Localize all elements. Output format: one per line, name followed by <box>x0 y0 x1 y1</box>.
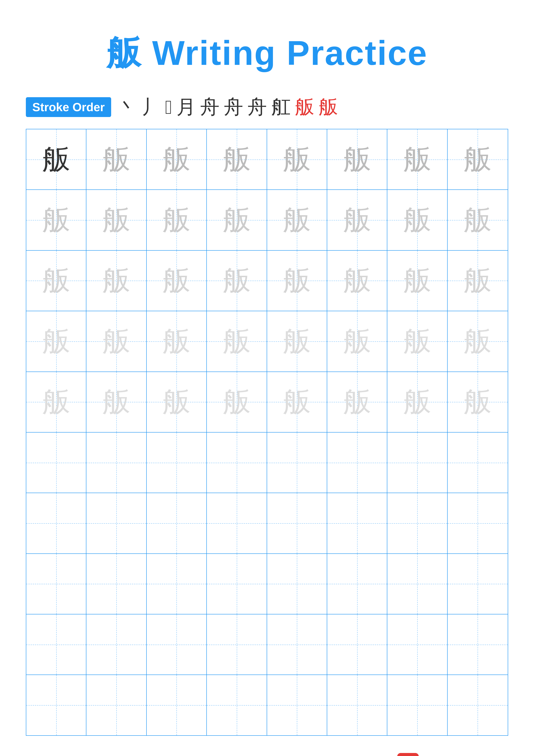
grid-cell-6-1[interactable] <box>26 433 87 493</box>
grid-cell-4-3[interactable]: 舨 <box>147 311 207 371</box>
grid-cell-10-8[interactable] <box>447 675 508 735</box>
grid-cell-7-2[interactable] <box>87 493 146 553</box>
grid-cell-3-5[interactable]: 舨 <box>267 251 327 311</box>
grid-cell-1-5[interactable]: 舨 <box>267 129 327 189</box>
grid-cell-3-8[interactable]: 舨 <box>447 251 508 311</box>
grid-cell-7-8[interactable] <box>447 493 508 553</box>
grid-cell-3-2[interactable]: 舨 <box>87 251 146 311</box>
grid-cell-7-3[interactable] <box>147 493 207 553</box>
grid-cell-1-1[interactable]: 舨 <box>26 129 87 189</box>
grid-cell-2-6[interactable]: 舨 <box>327 190 387 250</box>
grid-cell-8-4[interactable] <box>207 554 267 614</box>
grid-cell-9-2[interactable] <box>87 614 146 675</box>
grid-cell-7-1[interactable] <box>26 493 87 553</box>
grid-row-8 <box>26 554 508 614</box>
grid-cell-2-5[interactable]: 舨 <box>267 190 327 250</box>
grid-row-4: 舨 舨 舨 舨 舨 舨 舨 舨 <box>26 311 508 372</box>
grid-cell-4-1[interactable]: 舨 <box>26 311 87 371</box>
grid-cell-9-6[interactable] <box>327 614 387 675</box>
char-light: 舨 <box>102 267 130 295</box>
grid-cell-1-4[interactable]: 舨 <box>207 129 267 189</box>
grid-cell-5-1[interactable]: 舨 <box>26 372 87 432</box>
grid-cell-2-1[interactable]: 舨 <box>26 190 87 250</box>
grid-cell-4-4[interactable]: 舨 <box>207 311 267 371</box>
grid-cell-3-4[interactable]: 舨 <box>207 251 267 311</box>
grid-cell-10-4[interactable] <box>207 675 267 735</box>
char-light: 舨 <box>102 327 130 355</box>
grid-cell-4-7[interactable]: 舨 <box>387 311 447 371</box>
logo-char: 字 <box>401 755 415 756</box>
grid-cell-10-1[interactable] <box>26 675 87 735</box>
grid-cell-4-2[interactable]: 舨 <box>87 311 146 371</box>
grid-cell-1-8[interactable]: 舨 <box>447 129 508 189</box>
grid-cell-8-8[interactable] <box>447 554 508 614</box>
char-light: 舨 <box>343 267 371 295</box>
grid-cell-2-4[interactable]: 舨 <box>207 190 267 250</box>
grid-cell-5-2[interactable]: 舨 <box>87 372 146 432</box>
grid-cell-6-5[interactable] <box>267 433 327 493</box>
grid-cell-6-8[interactable] <box>447 433 508 493</box>
char-light: 舨 <box>42 267 70 295</box>
grid-cell-2-7[interactable]: 舨 <box>387 190 447 250</box>
grid-cell-10-6[interactable] <box>327 675 387 735</box>
grid-cell-9-4[interactable] <box>207 614 267 675</box>
grid-cell-8-2[interactable] <box>87 554 146 614</box>
practice-grid: 舨 舨 舨 舨 舨 舨 舨 舨 <box>26 129 508 736</box>
grid-cell-5-5[interactable]: 舨 <box>267 372 327 432</box>
grid-cell-2-8[interactable]: 舨 <box>447 190 508 250</box>
grid-cell-9-7[interactable] <box>387 614 447 675</box>
grid-cell-3-7[interactable]: 舨 <box>387 251 447 311</box>
grid-cell-3-6[interactable]: 舨 <box>327 251 387 311</box>
grid-cell-1-6[interactable]: 舨 <box>327 129 387 189</box>
grid-cell-10-5[interactable] <box>267 675 327 735</box>
grid-cell-7-7[interactable] <box>387 493 447 553</box>
stroke-2: 丿 <box>141 94 161 120</box>
char-light: 舨 <box>403 206 431 234</box>
grid-cell-1-7[interactable]: 舨 <box>387 129 447 189</box>
char-light: 舨 <box>464 146 492 174</box>
grid-cell-5-4[interactable]: 舨 <box>207 372 267 432</box>
grid-cell-9-1[interactable] <box>26 614 87 675</box>
stroke-order-badge: Stroke Order <box>26 97 111 117</box>
grid-cell-5-8[interactable]: 舨 <box>447 372 508 432</box>
grid-cell-1-2[interactable]: 舨 <box>87 129 146 189</box>
stroke-order-row: Stroke Order 丶 丿 𠂆 月 舟 舟 舟 舡 舨 舨 <box>26 94 508 120</box>
grid-cell-8-3[interactable] <box>147 554 207 614</box>
grid-cell-6-2[interactable] <box>87 433 146 493</box>
grid-cell-9-5[interactable] <box>267 614 327 675</box>
grid-cell-2-3[interactable]: 舨 <box>147 190 207 250</box>
char-dark: 舨 <box>42 146 70 174</box>
grid-cell-10-3[interactable] <box>147 675 207 735</box>
grid-row-7 <box>26 493 508 554</box>
grid-cell-2-2[interactable]: 舨 <box>87 190 146 250</box>
grid-cell-10-7[interactable] <box>387 675 447 735</box>
grid-cell-8-7[interactable] <box>387 554 447 614</box>
grid-cell-7-4[interactable] <box>207 493 267 553</box>
grid-cell-5-7[interactable]: 舨 <box>387 372 447 432</box>
char-light: 舨 <box>223 206 251 234</box>
grid-cell-8-6[interactable] <box>327 554 387 614</box>
grid-cell-4-6[interactable]: 舨 <box>327 311 387 371</box>
char-light: 舨 <box>283 327 311 355</box>
grid-cell-7-5[interactable] <box>267 493 327 553</box>
grid-cell-8-5[interactable] <box>267 554 327 614</box>
grid-cell-6-6[interactable] <box>327 433 387 493</box>
grid-cell-9-8[interactable] <box>447 614 508 675</box>
grid-cell-6-7[interactable] <box>387 433 447 493</box>
grid-cell-6-4[interactable] <box>207 433 267 493</box>
grid-cell-5-3[interactable]: 舨 <box>147 372 207 432</box>
grid-cell-4-8[interactable]: 舨 <box>447 311 508 371</box>
grid-cell-1-3[interactable]: 舨 <box>147 129 207 189</box>
grid-cell-4-5[interactable]: 舨 <box>267 311 327 371</box>
grid-cell-6-3[interactable] <box>147 433 207 493</box>
grid-cell-3-3[interactable]: 舨 <box>147 251 207 311</box>
grid-cell-7-6[interactable] <box>327 493 387 553</box>
char-light: 舨 <box>163 388 191 416</box>
stroke-10: 舨 <box>318 94 338 120</box>
grid-cell-3-1[interactable]: 舨 <box>26 251 87 311</box>
grid-cell-9-3[interactable] <box>147 614 207 675</box>
grid-row-1: 舨 舨 舨 舨 舨 舨 舨 舨 <box>26 129 508 190</box>
grid-cell-10-2[interactable] <box>87 675 146 735</box>
grid-cell-8-1[interactable] <box>26 554 87 614</box>
grid-cell-5-6[interactable]: 舨 <box>327 372 387 432</box>
